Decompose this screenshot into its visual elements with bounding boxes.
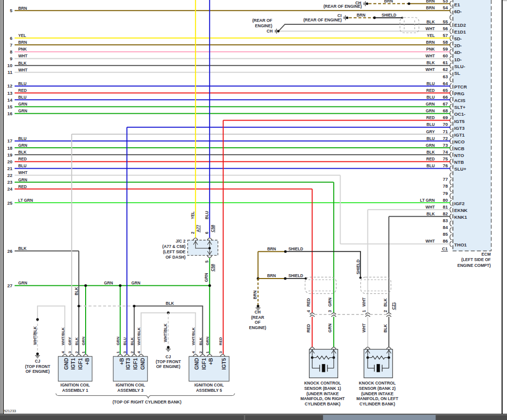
svg-text:SENSOR (BANK 2): SENSOR (BANK 2) (359, 386, 396, 391)
svg-text:19: 19 (7, 152, 12, 158)
svg-text:54: 54 (443, 5, 448, 10)
svg-text:RED: RED (306, 298, 311, 307)
svg-text:NCO: NCO (454, 139, 465, 144)
svg-text:SENSOR (BANK 1): SENSOR (BANK 1) (304, 386, 341, 391)
svg-text:ASSEMBLY 5: ASSEMBLY 5 (196, 388, 222, 393)
svg-text:IGF1: IGF1 (201, 358, 207, 369)
svg-text:SLT+: SLT+ (454, 105, 466, 110)
svg-text:SHIELD: SHIELD (381, 13, 396, 18)
svg-text:WHT: WHT (18, 68, 28, 72)
svg-text:GRN: GRN (81, 336, 86, 345)
svg-text:10: 10 (7, 63, 12, 68)
svg-text:RED: RED (218, 337, 223, 345)
svg-text:3: 3 (218, 351, 223, 353)
svg-text:70: 70 (443, 122, 448, 127)
svg-text:83: 83 (443, 218, 448, 223)
svg-text:(A77 & C58): (A77 & C58) (163, 244, 186, 249)
svg-text:GRN: GRN (18, 280, 27, 285)
svg-text:(UNDER INTAKE: (UNDER INTAKE (307, 391, 339, 396)
svg-text:ACIS: ACIS (454, 98, 466, 103)
svg-text:RED: RED (426, 157, 435, 161)
svg-text:WHT/BLK: WHT/BLK (163, 324, 168, 342)
svg-text:BLK: BLK (74, 337, 79, 346)
svg-text:14: 14 (7, 97, 13, 103)
svg-text:BLU: BLU (123, 337, 127, 346)
svg-text:RED: RED (18, 88, 27, 93)
svg-text:CZ1: CZ1 (391, 302, 396, 310)
svg-text:1: 1 (205, 351, 210, 353)
svg-text:23: 23 (7, 179, 12, 185)
svg-text:(REAR OF ENGINE): (REAR OF ENGINE) (303, 18, 342, 22)
svg-text:11: 11 (8, 70, 13, 75)
svg-text:CH: CH (254, 310, 260, 315)
svg-text:(TOP OF RIGHT CYLINDER BANK): (TOP OF RIGHT CYLINDER BANK) (112, 400, 181, 404)
svg-text:LT GRN: LT GRN (18, 198, 33, 203)
svg-text:(TOP FRONT: (TOP FRONT (156, 359, 181, 364)
svg-text:BRN: BRN (18, 6, 27, 11)
svg-text:GRN: GRN (131, 280, 140, 285)
svg-text:BLK: BLK (426, 211, 435, 216)
svg-text:521233: 521233 (4, 409, 16, 413)
svg-text:77: 77 (443, 176, 448, 182)
svg-text:BLU: BLU (426, 122, 435, 127)
svg-text:E1: E1 (454, 2, 460, 7)
svg-text:BLU: BLU (426, 163, 435, 168)
svg-text:GRN: GRN (204, 273, 209, 282)
svg-text:GND: GND (140, 358, 145, 370)
svg-text:66: 66 (443, 94, 448, 100)
svg-text:BLU: BLU (426, 95, 435, 100)
svg-text:76: 76 (443, 163, 448, 168)
svg-text:BLK: BLK (426, 60, 435, 65)
svg-text:56: 56 (443, 26, 448, 31)
svg-text:IGF1: IGF1 (132, 358, 138, 369)
svg-text:WHT: WHT (426, 205, 435, 210)
svg-text:ASSEMBLY 1: ASSEMBLY 1 (62, 388, 89, 393)
svg-text:4: 4 (137, 351, 141, 353)
svg-text:58: 58 (443, 39, 448, 45)
svg-text:SLU-: SLU- (454, 64, 465, 69)
svg-text:6: 6 (204, 231, 209, 234)
svg-text:BLK: BLK (383, 298, 388, 307)
svg-text:BLK: BLK (18, 150, 27, 155)
svg-text:SHIELD: SHIELD (289, 246, 303, 251)
svg-text:82: 82 (443, 211, 448, 216)
svg-text:64: 64 (443, 81, 448, 86)
svg-text:BLK: BLK (426, 150, 435, 155)
svg-text:IGF1: IGF1 (77, 358, 83, 369)
svg-text:62: 62 (443, 67, 448, 72)
svg-text:WHT: WHT (426, 53, 435, 58)
svg-text:13: 13 (7, 90, 12, 96)
svg-text:7: 7 (10, 42, 12, 48)
svg-text:E1D2: E1D2 (454, 22, 466, 28)
svg-text:4: 4 (61, 351, 65, 353)
svg-text:20: 20 (7, 159, 12, 164)
svg-text:WHT: WHT (18, 53, 28, 58)
svg-text:6: 6 (10, 35, 12, 41)
svg-text:68: 68 (443, 108, 448, 113)
svg-text:GRY: GRY (68, 337, 72, 346)
svg-text:61: 61 (443, 60, 448, 65)
svg-text:PNK: PNK (426, 47, 435, 52)
svg-text:IGF2: IGF2 (454, 201, 465, 206)
svg-text:IGNITION COIL: IGNITION COIL (194, 383, 223, 387)
svg-text:RED: RED (426, 88, 435, 93)
svg-text:67: 67 (443, 101, 448, 106)
svg-text:(REAR OF ENGINE): (REAR OF ENGINE) (324, 4, 362, 9)
svg-text:WHT: WHT (426, 26, 435, 31)
svg-text:22: 22 (7, 173, 12, 178)
svg-text:E1D1: E1D1 (454, 29, 467, 35)
svg-text:+B: +B (84, 358, 90, 365)
svg-text:72: 72 (443, 136, 448, 141)
svg-text:8: 8 (10, 49, 12, 54)
svg-text:2D-: 2D- (454, 43, 462, 48)
svg-text:79: 79 (443, 191, 448, 196)
svg-text:65: 65 (443, 88, 448, 93)
svg-text:55: 55 (443, 19, 448, 24)
svg-text:BLK: BLK (74, 287, 79, 295)
svg-text:KNK1: KNK1 (454, 214, 468, 220)
svg-text:WHT/BLK: WHT/BLK (61, 327, 65, 345)
svg-text:C58: C58 (210, 225, 215, 232)
svg-text:CYLINDER BANK): CYLINDER BANK) (360, 402, 395, 406)
svg-text:69: 69 (443, 115, 448, 120)
svg-text:(TOP FRONT: (TOP FRONT (25, 364, 50, 369)
